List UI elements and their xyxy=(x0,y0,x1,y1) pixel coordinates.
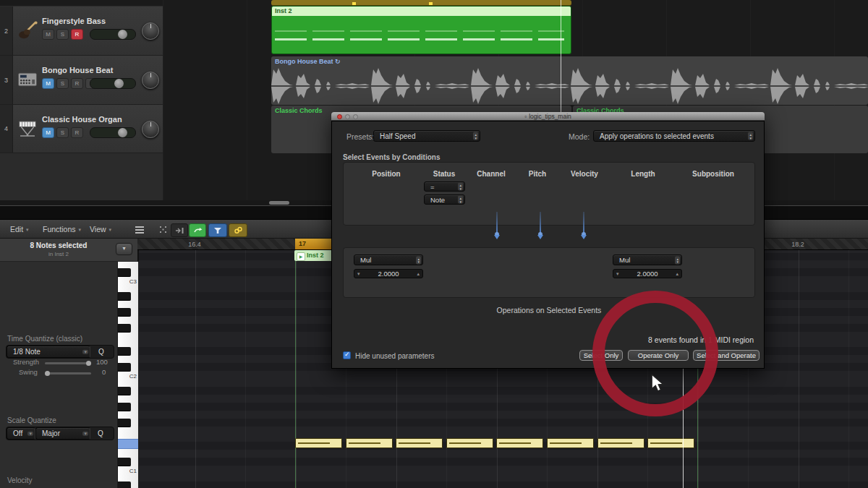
column-header-velocity: Velocity xyxy=(571,170,598,178)
catch-playhead-icon[interactable] xyxy=(189,223,206,237)
midi-note[interactable] xyxy=(597,438,644,448)
track-row-fingerstyle-bass[interactable]: 2 Fingerstyle Bass M S R xyxy=(0,7,163,56)
position-operation-select[interactable]: Mul xyxy=(354,254,423,265)
strength-slider[interactable] xyxy=(45,362,91,364)
scale-quantize-apply-button[interactable]: Q xyxy=(90,427,111,440)
operations-section-title: Operations on Selected Events xyxy=(497,306,602,314)
organ-keyboard-icon xyxy=(17,116,38,141)
pan-knob[interactable] xyxy=(142,72,159,89)
map-arrow-icon xyxy=(583,212,584,238)
volume-slider[interactable] xyxy=(90,29,136,40)
status-operator-value: = xyxy=(430,183,435,191)
swing-knob[interactable] xyxy=(45,371,50,376)
black-key-icon xyxy=(118,308,131,317)
track-name: Bongo House Beat xyxy=(42,66,113,74)
selection-dropdown-button[interactable]: ▾ xyxy=(116,243,132,255)
midi-note[interactable] xyxy=(346,438,393,448)
mute-button[interactable]: M xyxy=(42,127,54,138)
grid-beat-line xyxy=(195,250,196,488)
scale-type-select[interactable]: Major xyxy=(35,427,90,440)
mode-select[interactable]: Apply operations to selected events xyxy=(593,130,755,142)
black-key-icon xyxy=(118,403,131,411)
region-title: Classic Chords xyxy=(275,107,323,114)
volume-knob[interactable] xyxy=(118,30,127,39)
midi-note[interactable] xyxy=(295,438,342,448)
grid-row xyxy=(139,466,868,474)
midi-note[interactable] xyxy=(496,438,543,448)
dialog-title: logic_tips_main xyxy=(331,113,765,120)
record-enable-button[interactable]: R xyxy=(71,78,83,89)
track-name: Fingerstyle Bass xyxy=(42,17,106,25)
pan-knob[interactable] xyxy=(142,22,159,40)
midi-in-icon[interactable] xyxy=(171,223,188,237)
bass-guitar-icon xyxy=(17,18,38,43)
column-header-length: Length xyxy=(631,170,655,178)
piano-keyboard[interactable]: C3 C2 C1 xyxy=(118,262,139,488)
link-icon[interactable] xyxy=(229,223,247,237)
grid-row xyxy=(139,403,868,411)
midi-note[interactable] xyxy=(396,438,443,448)
quantize-apply-button[interactable]: Q xyxy=(90,346,112,358)
length-operation-select[interactable]: Mul xyxy=(613,254,682,265)
octave-label: C1 xyxy=(129,468,137,474)
yellow-region-strip[interactable] xyxy=(271,0,571,6)
annotation-red-circle xyxy=(592,291,718,416)
view-mode-icon[interactable] xyxy=(130,223,149,236)
solo-button[interactable]: S xyxy=(56,29,69,40)
solo-button[interactable]: S xyxy=(56,127,69,138)
conditions-section-title: Select Events by Conditions xyxy=(343,153,440,161)
midi-note[interactable] xyxy=(446,438,493,448)
presets-label: Presets: xyxy=(346,132,375,141)
logic-pro-window: 2 Fingerstyle Bass M S R 3 Bongo House B… xyxy=(0,0,868,488)
mute-button[interactable]: M xyxy=(42,78,54,89)
volume-slider[interactable] xyxy=(90,127,136,138)
presets-value: Half Speed xyxy=(380,132,415,140)
selected-pitch-key[interactable] xyxy=(118,439,139,449)
midi-note[interactable] xyxy=(547,438,594,448)
status-value-select[interactable]: Note xyxy=(424,194,465,205)
column-header-subposition: Subposition xyxy=(692,170,734,178)
play-icon[interactable]: ▶ xyxy=(297,252,305,261)
volume-knob[interactable] xyxy=(118,128,127,137)
length-operand-field[interactable]: 2.0000 xyxy=(613,269,682,278)
dialog-titlebar[interactable]: logic_tips_main xyxy=(331,112,765,121)
track-row-bongo-house-beat[interactable]: 3 Bongo House Beat M S R I xyxy=(0,56,163,105)
status-operator-select[interactable]: = xyxy=(424,181,465,192)
snap-grid-icon[interactable] xyxy=(153,223,169,236)
mute-button[interactable]: M xyxy=(42,29,54,40)
solo-button[interactable]: S xyxy=(56,78,69,89)
hide-unused-checkbox[interactable] xyxy=(343,351,351,359)
midi-region-inst2[interactable]: Inst 2 xyxy=(271,6,571,54)
position-operand-field[interactable]: 2.0000 xyxy=(354,269,423,278)
edit-menu[interactable]: Edit xyxy=(7,223,32,236)
volume-knob[interactable] xyxy=(114,79,124,88)
view-menu[interactable]: View xyxy=(87,223,114,236)
grid-row xyxy=(139,371,868,379)
region-tab-inst2[interactable]: ▶ Inst 2 xyxy=(294,250,335,261)
record-enable-button[interactable]: R xyxy=(71,127,83,138)
time-quantize-label: Time Quantize (classic) xyxy=(7,335,82,343)
midi-note-preview xyxy=(275,38,564,40)
playhead[interactable] xyxy=(561,0,561,114)
strength-label: Strength xyxy=(13,358,39,366)
pan-knob[interactable] xyxy=(142,121,159,138)
midi-note[interactable] xyxy=(647,438,694,448)
map-arrow-icon xyxy=(496,212,498,238)
swing-value: 0 xyxy=(102,368,106,376)
scale-quantize-label: Scale Quantize xyxy=(7,416,56,424)
presets-select[interactable]: Half Speed xyxy=(373,130,480,142)
time-quantize-select[interactable]: 1/8 Note xyxy=(7,346,90,358)
swing-slider[interactable] xyxy=(45,372,91,374)
status-value: Note xyxy=(430,196,445,204)
strength-knob[interactable] xyxy=(86,361,91,366)
velocity-filter-icon[interactable] xyxy=(208,223,227,237)
scrollbar-thumb[interactable] xyxy=(269,201,289,205)
black-key-icon xyxy=(118,268,131,277)
volume-slider[interactable] xyxy=(90,78,136,89)
scale-root-select[interactable]: Off xyxy=(7,427,35,440)
selection-info-header: 8 Notes selected in Inst 2 ▾ xyxy=(0,239,137,262)
record-enable-button[interactable]: R xyxy=(71,29,83,40)
audio-region-bongo[interactable]: Bongo House Beat xyxy=(271,56,868,105)
functions-menu[interactable]: Functions xyxy=(40,223,84,236)
track-row-classic-house-organ[interactable]: 4 Classic House Organ M S R xyxy=(0,105,163,153)
